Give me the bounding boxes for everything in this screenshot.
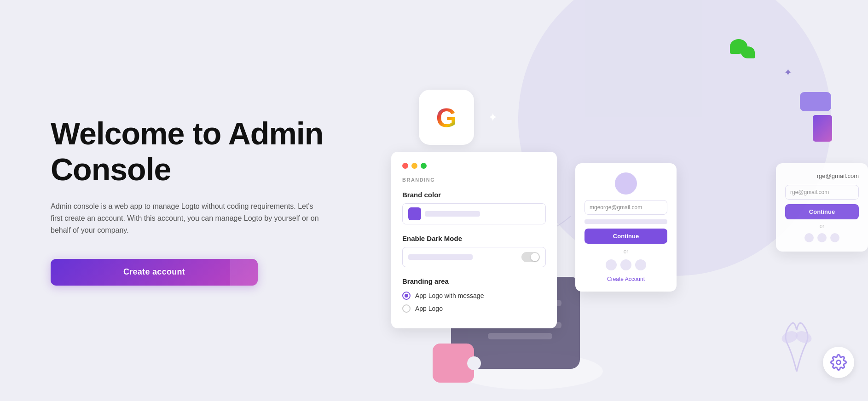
login-email-field[interactable]: mgeorge@gmail.com <box>584 200 667 215</box>
plant-decoration <box>778 316 815 373</box>
radio-logo[interactable] <box>402 304 411 313</box>
right-or-divider: or <box>785 223 859 229</box>
dark-mode-toggle[interactable] <box>521 252 540 262</box>
brand-color-input[interactable] <box>402 203 546 224</box>
social-dot-3 <box>635 259 646 270</box>
title-line1: Welcome to Admin <box>51 116 323 151</box>
right-dot-2 <box>817 233 827 242</box>
right-panel: ✦ G ✦ BRAN <box>377 0 868 401</box>
right-dot-3 <box>830 233 839 242</box>
google-logo: G <box>436 102 457 133</box>
puzzle-notch <box>467 356 481 370</box>
right-dot-1 <box>804 233 814 242</box>
left-panel: Welcome to Admin Console Admin console i… <box>0 0 377 401</box>
login-social-dots <box>584 259 667 270</box>
login-or-divider: or <box>584 248 667 255</box>
color-text-placeholder <box>425 211 480 217</box>
maximize-dot <box>421 163 427 169</box>
purple-rect-decoration <box>800 92 831 111</box>
social-dot-1 <box>606 259 617 270</box>
brand-color-label: Brand color <box>402 191 546 199</box>
svg-point-1 <box>794 329 813 345</box>
radio-logo-message[interactable] <box>402 292 411 300</box>
color-swatch <box>408 207 421 220</box>
branding-area-label: Branding area <box>402 277 546 285</box>
right-social-dots <box>785 233 859 242</box>
right-email-text: rge@gmail.com <box>785 172 859 179</box>
branding-area-section: Branding area App Logo with message App … <box>402 277 546 313</box>
purple-book-decoration <box>813 115 832 142</box>
right-email-input[interactable]: rge@gmail.com <box>785 185 859 200</box>
window-controls <box>402 163 546 169</box>
branding-section-label: BRANDING <box>402 177 546 183</box>
gear-icon <box>830 354 847 371</box>
minimize-dot <box>411 163 417 169</box>
title-line2: Console <box>51 152 171 187</box>
dark-mode-section: Enable Dark Mode <box>402 235 546 267</box>
login-avatar <box>615 172 637 195</box>
dark-mode-label: Enable Dark Mode <box>402 235 546 242</box>
toggle-placeholder <box>408 254 473 260</box>
login-continue-button[interactable]: Continue <box>584 229 667 244</box>
gear-icon-wrap[interactable] <box>823 347 854 378</box>
login-create-link[interactable]: Create Account <box>584 276 667 282</box>
puzzle-pink <box>433 344 474 383</box>
illus-line-4 <box>488 333 552 339</box>
dark-mode-toggle-row <box>402 247 546 267</box>
login-placeholder-bar <box>584 219 667 224</box>
radio-logo-message-label: App Logo with message <box>415 292 484 299</box>
sparkle-icon: ✦ <box>784 67 792 79</box>
subtitle-text: Admin console is a web app to manage Log… <box>51 200 327 237</box>
close-dot <box>402 163 408 169</box>
login-card-right: rge@gmail.com rge@gmail.com Continue or <box>776 163 868 252</box>
right-continue-button[interactable]: Continue <box>785 204 859 219</box>
svg-point-2 <box>837 361 841 365</box>
brand-color-section: Brand color <box>402 191 546 224</box>
radio-option-logo[interactable]: App Logo <box>402 304 546 313</box>
plant-svg <box>778 316 815 372</box>
google-card: G <box>419 90 474 145</box>
wechat-icon <box>730 39 760 64</box>
create-account-button[interactable]: Create account <box>51 259 258 286</box>
social-dot-2 <box>620 259 631 270</box>
main-title: Welcome to Admin Console <box>51 115 327 187</box>
radio-option-logo-message[interactable]: App Logo with message <box>402 292 546 300</box>
login-card-center: mgeorge@gmail.com Continue or Create Acc… <box>575 163 677 292</box>
branding-panel: BRANDING Brand color Enable Dark Mode Br… <box>391 152 557 328</box>
radio-logo-label: App Logo <box>415 305 443 312</box>
wechat-bubble-2 <box>741 46 755 58</box>
sparkle2-icon: ✦ <box>488 110 498 125</box>
